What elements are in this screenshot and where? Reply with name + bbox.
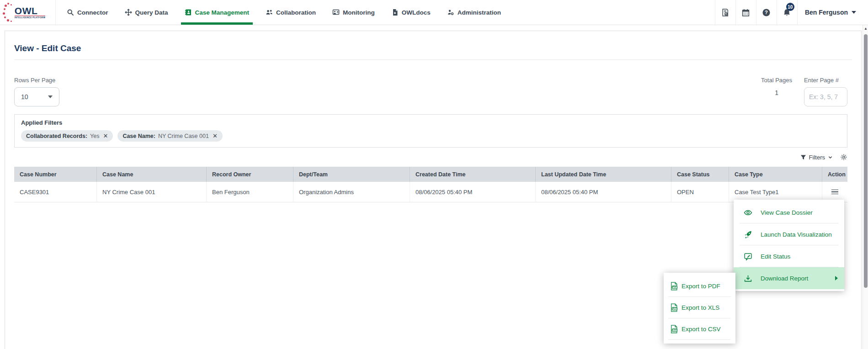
- column-header-created-date-time[interactable]: Created Date Time: [410, 167, 535, 182]
- svg-text:?: ?: [765, 10, 768, 15]
- logo-dot: [7, 19, 9, 21]
- chip-value: NY Crime Case 001: [158, 133, 209, 139]
- notifications-button[interactable]: 10: [777, 0, 797, 25]
- logo-wordmark: OWL: [15, 6, 45, 16]
- nav-item-label: Connector: [77, 9, 108, 16]
- help-button[interactable]: ?: [756, 0, 777, 25]
- table-row: CASE9301 NY Crime Case 001 Ben Ferguson …: [14, 182, 847, 202]
- menu-item-download-report[interactable]: Download Report: [734, 267, 844, 289]
- menu-item-label: Launch Data Visualization: [761, 231, 832, 238]
- nav-item-label: Case Management: [195, 9, 250, 16]
- chip-value: Yes: [90, 133, 99, 139]
- logo-dot: [11, 4, 12, 5]
- cell-created-date-time: 08/06/2025 05:40 PM: [410, 182, 535, 202]
- svg-text:CSV: CSV: [672, 329, 677, 331]
- table-header-row: Case Number Case Name Record Owner Dept/…: [14, 167, 847, 182]
- applied-filters-heading: Applied Filters: [21, 119, 841, 126]
- menu-item-edit-status[interactable]: Edit Status: [734, 245, 844, 267]
- help-icon: ?: [762, 8, 771, 17]
- column-header-case-name[interactable]: Case Name: [96, 167, 206, 182]
- download-report-submenu: PDF Export to PDF XLS Export to XLS CSV …: [664, 273, 735, 344]
- nav-item-connector[interactable]: Connector: [67, 0, 108, 25]
- user-gear-icon: [447, 9, 454, 16]
- column-header-case-type[interactable]: Case Type: [729, 167, 822, 182]
- submenu-item-label: Export to PDF: [682, 283, 720, 290]
- applied-filters-box: Applied Filters Collaborated Records: Ye…: [14, 114, 847, 148]
- cell-case-name: NY Crime Case 001: [96, 182, 206, 202]
- app-logo[interactable]: OWL INTELLIGENCE PLATFORM: [0, 0, 56, 25]
- enter-page-input[interactable]: [804, 87, 847, 106]
- close-icon[interactable]: ✕: [103, 133, 108, 139]
- submenu-item-export-csv[interactable]: CSV Export to CSV: [664, 318, 735, 340]
- nav-item-administration[interactable]: Administration: [447, 0, 501, 25]
- nav-item-label: Collaboration: [276, 9, 316, 16]
- table-settings-button[interactable]: [840, 153, 847, 161]
- page-title: View - Edit Case: [14, 43, 852, 53]
- column-header-last-updated-date-time[interactable]: Last Updated Date Time: [535, 167, 671, 182]
- scrollbar-thumb[interactable]: [864, 34, 868, 288]
- rows-per-page-value: 10: [21, 93, 28, 100]
- rocket-icon: [744, 230, 752, 239]
- submenu-item-export-xls[interactable]: XLS Export to XLS: [664, 297, 735, 318]
- nav-item-monitoring[interactable]: Monitoring: [332, 0, 375, 25]
- gear-icon: [840, 153, 847, 161]
- svg-text:XLS: XLS: [672, 307, 676, 310]
- main-menu: Connector Query Data Case Management Col…: [67, 0, 501, 25]
- menu-item-label: View Case Dossier: [761, 209, 813, 216]
- scroll-up-arrow-icon[interactable]: ▲: [863, 26, 868, 31]
- menu-item-launch-data-visualization[interactable]: Launch Data Visualization: [734, 223, 844, 245]
- nav-item-owldocs[interactable]: OWLdocs: [391, 0, 431, 25]
- move-icon: [125, 9, 132, 16]
- nav-item-label: Monitoring: [343, 9, 375, 16]
- cell-case-type: Case Test Type1: [729, 182, 822, 202]
- nav-item-query-data[interactable]: Query Data: [125, 0, 168, 25]
- filter-chip-collaborated-records: Collaborated Records: Yes ✕: [21, 130, 113, 142]
- nav-item-case-management[interactable]: Case Management: [185, 0, 250, 25]
- calendar-icon: [741, 8, 750, 17]
- column-header-case-status[interactable]: Case Status: [671, 167, 729, 182]
- download-icon: [744, 274, 752, 283]
- row-actions-button[interactable]: [822, 182, 847, 202]
- enter-page-label: Enter Page #: [804, 77, 847, 84]
- logo-dot: [3, 12, 5, 15]
- column-header-dept-team[interactable]: Dept/Team: [293, 167, 410, 182]
- report-button[interactable]: [715, 0, 735, 25]
- xls-file-icon: XLS: [669, 303, 679, 312]
- calendar-button[interactable]: [735, 0, 756, 25]
- page-jump-group: Total Pages 1 Enter Page #: [761, 77, 847, 106]
- user-menu[interactable]: Ben Ferguson: [797, 0, 868, 25]
- submenu-item-export-pdf[interactable]: PDF Export to PDF: [664, 275, 735, 297]
- logo-tagline: INTELLIGENCE PLATFORM: [15, 16, 45, 19]
- report-icon: [721, 8, 730, 17]
- eye-icon: [744, 208, 752, 217]
- rows-per-page-label: Rows Per Page: [14, 77, 59, 84]
- edit-status-icon: [744, 252, 752, 261]
- people-icon: [266, 9, 273, 16]
- column-header-action[interactable]: Action: [822, 167, 847, 182]
- nav-item-label: OWLdocs: [402, 9, 431, 16]
- total-pages-value: 1: [761, 89, 792, 96]
- vertical-scrollbar[interactable]: ▲: [863, 25, 868, 349]
- total-pages-label: Total Pages: [761, 77, 792, 84]
- nav-item-collaboration[interactable]: Collaboration: [266, 0, 316, 25]
- submenu-arrow-icon: [835, 276, 838, 280]
- topbar-actions: ? 10 Ben Ferguson: [715, 0, 868, 25]
- logo-dot: [7, 3, 9, 5]
- filter-chip-case-name: Case Name: NY Crime Case 001 ✕: [117, 130, 222, 142]
- filters-dropdown-button[interactable]: Filters: [800, 154, 833, 161]
- cell-case-status: OPEN: [671, 182, 729, 202]
- filter-chips: Collaborated Records: Yes ✕ Case Name: N…: [21, 130, 841, 142]
- chevron-down-icon: [48, 95, 53, 98]
- hamburger-menu-icon: [831, 190, 838, 195]
- case-book-icon: [185, 9, 192, 16]
- menu-item-view-case-dossier[interactable]: View Case Dossier: [734, 201, 844, 223]
- search-icon: [67, 9, 74, 16]
- column-header-record-owner[interactable]: Record Owner: [206, 167, 293, 182]
- rows-per-page-select[interactable]: 10: [14, 87, 59, 106]
- column-header-case-number[interactable]: Case Number: [14, 167, 96, 182]
- close-icon[interactable]: ✕: [213, 133, 218, 139]
- chevron-down-icon: [828, 155, 833, 160]
- monitor-icon: [332, 9, 340, 16]
- document-icon: [391, 9, 399, 16]
- cell-last-updated-date-time: 08/06/2025 05:40 PM: [535, 182, 671, 202]
